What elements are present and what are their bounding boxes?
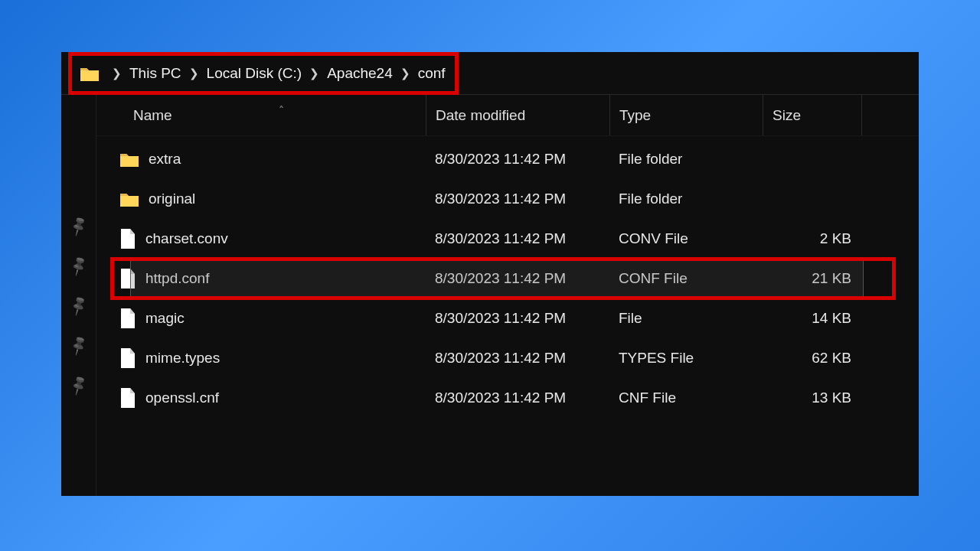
file-date: 8/30/2023 11:42 PM [426,191,609,207]
file-size: 62 KB [763,350,862,367]
pin-icon[interactable]: 📌 [67,294,90,317]
file-rows: extra8/30/2023 11:42 PMFile folderorigin… [96,136,919,496]
file-type: TYPES File [609,350,763,367]
chevron-right-icon: ❯ [189,67,199,80]
file-size: 14 KB [763,310,862,327]
file-size: 13 KB [763,390,862,406]
breadcrumb-segment[interactable]: This PC [129,65,181,82]
chevron-right-icon: ❯ [309,67,319,80]
quick-access-sidebar: 📌📌📌📌📌 [61,95,96,496]
breadcrumb-segment[interactable]: Local Disk (C:) [207,65,302,82]
column-headers: Name ˄ Date modified Type Size [96,95,919,136]
breadcrumb-segment[interactable]: Apache24 [327,65,393,82]
pin-icon[interactable]: 📌 [67,334,90,357]
file-name: original [149,191,195,207]
row-selection [130,260,864,297]
file-row[interactable]: original8/30/2023 11:42 PMFile folder [96,179,919,219]
sort-ascending-icon: ˄ [279,104,284,116]
file-date: 8/30/2023 11:42 PM [426,310,609,327]
column-header-name[interactable]: Name ˄ [96,107,426,124]
file-date: 8/30/2023 11:42 PM [426,390,609,406]
file-date: 8/30/2023 11:42 PM [426,230,609,247]
pin-icon[interactable]: 📌 [67,254,90,277]
file-row[interactable]: mime.types8/30/2023 11:42 PMTYPES File62… [96,338,919,378]
file-row[interactable]: extra8/30/2023 11:42 PMFile folder [96,139,919,179]
column-header-label: Date modified [436,107,525,124]
column-header-date[interactable]: Date modified [426,95,609,135]
file-icon [119,347,136,369]
breadcrumb-segment[interactable]: conf [418,65,446,82]
breadcrumb-highlight: ❯ This PC ❯ Local Disk (C:) ❯ Apache24 ❯… [68,52,459,95]
column-header-label: Type [619,107,651,124]
column-header-size[interactable]: Size [763,95,862,135]
pin-icon[interactable]: 📌 [67,214,90,237]
folder-icon [80,65,100,82]
chevron-right-icon: ❯ [112,67,122,80]
column-header-label: Name [133,107,172,123]
file-name: magic [145,310,185,327]
file-size: 2 KB [763,230,862,247]
file-date: 8/30/2023 11:42 PM [426,350,609,367]
address-bar: ❯ This PC ❯ Local Disk (C:) ❯ Apache24 ❯… [61,52,919,95]
column-header-type[interactable]: Type [609,95,763,135]
file-date: 8/30/2023 11:42 PM [426,151,609,168]
pin-icon[interactable]: 📌 [67,373,90,396]
file-icon [119,387,136,409]
file-list-pane: Name ˄ Date modified Type Size extra8/30… [96,95,919,496]
file-icon [119,228,136,249]
file-type: CONV File [609,230,763,247]
file-row[interactable]: openssl.cnf8/30/2023 11:42 PMCNF File13 … [96,378,919,418]
file-row[interactable]: magic8/30/2023 11:42 PMFile14 KB [96,298,919,338]
file-row[interactable]: charset.conv8/30/2023 11:42 PMCONV File2… [96,219,919,259]
explorer-window: ❯ This PC ❯ Local Disk (C:) ❯ Apache24 ❯… [61,52,919,496]
file-name: charset.conv [145,230,228,247]
folder-icon [119,191,139,207]
file-name: mime.types [145,350,220,367]
file-name: extra [149,151,181,168]
file-type: File folder [609,191,763,207]
file-icon [119,308,136,329]
file-row[interactable]: httpd.conf8/30/2023 11:42 PMCONF File21 … [96,259,919,298]
file-type: File [609,310,763,327]
file-type: File folder [609,151,763,168]
file-name: openssl.cnf [145,390,219,406]
file-type: CNF File [609,390,763,406]
explorer-body: 📌📌📌📌📌 Name ˄ Date modified Type Size ext… [61,95,919,496]
chevron-right-icon: ❯ [400,67,410,80]
folder-icon [119,151,139,168]
column-header-label: Size [773,107,801,124]
